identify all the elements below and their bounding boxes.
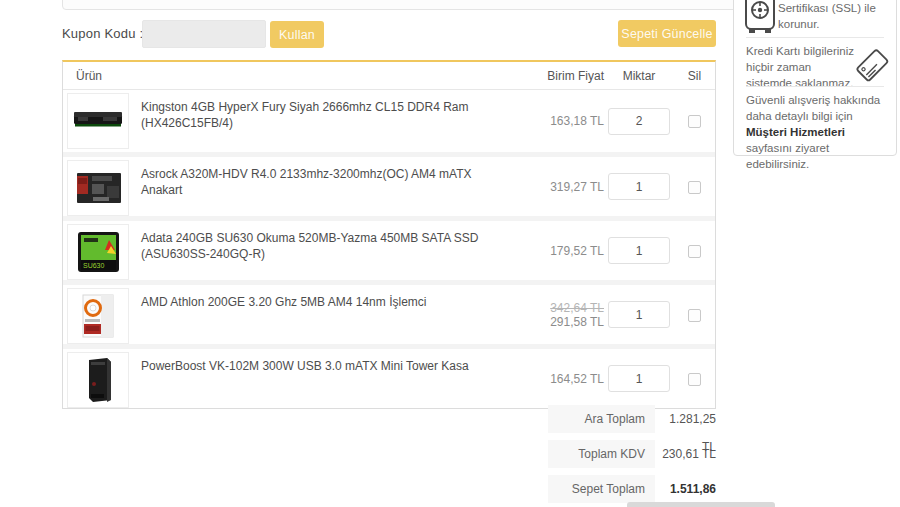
quantity-input[interactable] [608,301,670,328]
top-partial-panel [62,0,797,10]
product-title[interactable]: PowerBoost VK-102M 300W USB 3.0 mATX Min… [129,349,509,374]
subtotal-row: Ara Toplam 1.281,25 TL [62,405,716,433]
sidebar-divider [746,37,884,38]
column-header-product: Ürün [63,69,509,83]
subtotal-value: 1.281,25 TL [655,405,716,433]
product-title[interactable]: Kingston 4GB HyperX Fury Siyah 2666mhz C… [129,90,509,131]
vat-label: Toplam KDV [548,440,655,468]
cpu-box-image [69,290,127,342]
ssl-note-line2: korunur. [778,18,820,30]
credit-card-note: Kredi Kartı bilgileriniz hiçbir zaman si… [746,43,854,91]
grand-total-row: Sepet Toplam Fiyatı 1.511,86 TL [62,475,716,503]
secure-shopping-note: Güvenli alışveriş hakkında daha detaylı … [746,92,886,172]
sidebar-divider [746,86,884,87]
delete-checkbox[interactable] [688,115,701,128]
delete-checkbox[interactable] [688,373,701,386]
product-title[interactable]: Asrock A320M-HDV R4.0 2133mhz-3200mhz(OC… [129,157,509,198]
ssl-note: Sertifikası (SSL) ile korunur. [778,0,888,32]
credit-card-icon [854,47,890,87]
cart-totals: Ara Toplam 1.281,25 TL Toplam KDV 230,61… [62,405,716,503]
delete-checkbox[interactable] [688,309,701,322]
product-unit-price: 164,52 TL [509,372,604,386]
table-row: Kingston 4GB HyperX Fury Siyah 2666mhz C… [63,90,715,152]
coupon-input[interactable] [142,20,266,48]
product-unit-price: 179,52 TL [509,244,604,258]
table-row: AMD Athlon 200GE 3.20 Ghz 5MB AM4 14nm İ… [63,285,715,344]
shopping-cart-page: Kupon Kodu : Kullan Sepeti Güncelle Ürün… [0,0,900,507]
grand-total-value: 1.511,86 TL [655,475,716,503]
product-unit-price: 291,58 TL [509,315,604,329]
table-row: PowerBoost VK-102M 300W USB 3.0 mATX Min… [63,349,715,408]
quantity-input[interactable] [608,237,670,264]
ram-stick-image [69,95,127,147]
quantity-input[interactable] [608,365,670,392]
update-cart-button[interactable]: Sepeti Güncelle [618,20,716,47]
column-header-quantity: Miktar [604,69,674,83]
info-text-part1: Güvenli alışveriş hakkında daha detaylı … [746,94,880,122]
pc-case-image [69,354,127,406]
subtotal-label: Ara Toplam [548,405,655,433]
table-row: SU630 Adata 240GB SU630 Okuma 520MB-Yazm… [63,221,715,280]
product-title[interactable]: AMD Athlon 200GE 3.20 Ghz 5MB AM4 14nm İ… [129,285,509,310]
security-info-panel: Sertifikası (SSL) ile korunur. Kredi Kar… [733,0,897,156]
delete-checkbox[interactable] [688,181,701,194]
vat-value: 230,61 TL [655,440,716,468]
product-image-ssd: SU630 [67,224,129,280]
column-header-unit-price: Birim Fiyat [509,69,604,83]
info-text-part2: sayfasını ziyaret edebilirsiniz. [746,142,829,170]
product-title[interactable]: Adata 240GB SU630 Okuma 520MB-Yazma 450M… [129,221,509,262]
delete-checkbox[interactable] [688,245,701,258]
product-image-motherboard [67,160,129,216]
product-unit-price: 319,27 TL [509,180,604,194]
vat-row: Toplam KDV 230,61 TL [62,440,716,468]
quantity-input[interactable] [608,108,670,135]
coupon-apply-button[interactable]: Kullan [270,21,324,48]
product-old-price: 342,64 TL [509,301,604,315]
table-row: Asrock A320M-HDV R4.0 2133mhz-3200mhz(OC… [63,157,715,216]
cart-table: Ürün Birim Fiyat Miktar Sil Kingston 4GB… [62,60,716,409]
ssl-safe-icon [744,0,776,41]
cart-table-header: Ürün Birim Fiyat Miktar Sil [63,62,715,90]
motherboard-image [69,162,127,214]
product-unit-price: 163,18 TL [509,114,604,128]
ssl-note-line1: Sertifikası (SSL) ile [778,2,876,14]
svg-text:SU630: SU630 [83,262,105,269]
customer-service-link[interactable]: Müşteri Hizmetleri [746,126,845,138]
quantity-input[interactable] [608,173,670,200]
grand-total-label: Sepet Toplam Fiyatı [548,475,655,503]
coupon-label: Kupon Kodu : [62,26,143,41]
product-image-cpu [67,288,129,344]
product-image-ram [67,93,129,149]
bottom-partial-element [627,502,775,507]
column-header-delete: Sil [674,69,715,83]
product-image-case [67,352,129,408]
ssd-image: SU630 [69,226,127,278]
